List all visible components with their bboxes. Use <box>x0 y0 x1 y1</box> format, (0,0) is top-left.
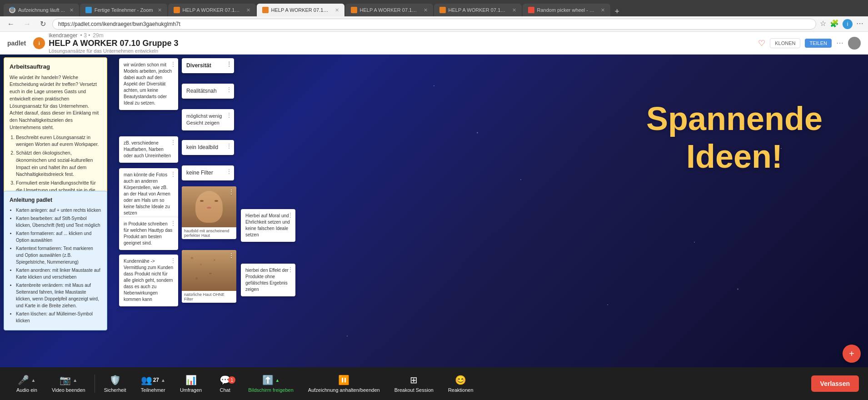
breakout-icon: ⊞ <box>410 375 418 385</box>
tab-close-1[interactable]: ✕ <box>70 7 74 13</box>
chat-button[interactable]: 💬 1 Chat <box>209 375 241 393</box>
polls-label: Umfragen <box>180 387 202 393</box>
participants-button[interactable]: 👥 27 ▲ Teilnehmer <box>134 375 173 393</box>
tab-label-1: Aufzeichnung läuft ... <box>18 7 65 13</box>
klonen-button[interactable]: KLONEN <box>770 38 800 48</box>
image-card-1-menu[interactable]: ⋮ <box>228 188 234 195</box>
back-button[interactable]: ← <box>5 19 17 29</box>
keine-filter-menu[interactable]: ⋮ <box>226 167 232 176</box>
bookmark-icon[interactable]: ☆ <box>820 19 826 29</box>
fotos-card[interactable]: ⋮ man könnte die Fotos auch an anderen K… <box>119 168 178 220</box>
teilen-button[interactable]: TEILEN <box>805 39 832 48</box>
image-card-1[interactable]: hautbild mit anscheinend perfekter Haut … <box>182 186 236 239</box>
haut-menu[interactable]: ⋮ <box>170 138 176 147</box>
browser-tab-2[interactable]: Fertige Teilnehmer - Zoom ✕ <box>80 4 167 16</box>
breakout-label: Breakout Session <box>394 387 434 393</box>
video-chevron[interactable]: ▲ <box>73 378 77 383</box>
participants-label: Teilnehmer <box>141 387 165 393</box>
browser-tab-5[interactable]: HELP A WORKER 07.10 Grupp... ✕ <box>345 4 433 16</box>
spannende-line1: Spannende <box>646 100 823 138</box>
forward-button[interactable]: → <box>21 19 34 29</box>
padlet-canvas: Arbeitsauftrag Wie würdet ihr handeln? W… <box>0 55 868 367</box>
step-2: Schätzt den ökologischen, ökonomischen u… <box>16 150 101 178</box>
moral-content: Hierbei auf Moral und Ehrlichkeit setzen… <box>245 213 290 237</box>
tab-close-3[interactable]: ✕ <box>246 7 250 13</box>
new-tab-button[interactable]: + <box>611 7 624 16</box>
diversitat-menu[interactable]: ⋮ <box>226 60 232 69</box>
fotos-menu[interactable]: ⋮ <box>170 170 176 179</box>
refresh-button[interactable]: ↻ <box>37 19 49 29</box>
divider-1 <box>95 375 95 393</box>
padlet-subtitle: Lösungsansätze für das Unternehmen entwi… <box>49 48 178 54</box>
padlet-logo[interactable]: padlet <box>7 40 26 47</box>
more-options-icon[interactable]: ⋯ <box>836 39 843 47</box>
recording-button[interactable]: ⏸️ Aufzeichnung anhalten/beenden <box>301 375 387 393</box>
keine-filter-card[interactable]: ⋮ keine Filter <box>182 165 234 180</box>
produkte-card[interactable]: ⋮ in Produkte schreiben für welchen Haut… <box>119 217 178 250</box>
polls-button[interactable]: 📊 Umfragen <box>173 375 209 393</box>
participants-chevron[interactable]: ▲ <box>161 378 165 383</box>
address-bar[interactable] <box>52 19 816 30</box>
heart-icon[interactable]: ♡ <box>758 38 765 48</box>
breakout-button[interactable]: ⊞ Breakout Session <box>387 375 441 393</box>
kundennah-content: Kundennähe -> Vermittlung zum Kunden das… <box>124 259 173 302</box>
tab-close-6[interactable]: ✕ <box>512 7 516 13</box>
extensions-icon[interactable]: 🧩 <box>830 19 839 29</box>
chat-label: Chat <box>220 387 230 393</box>
browser-tab-1[interactable]: Aufzeichnung läuft ... ✕ <box>4 4 79 16</box>
tab-close-7[interactable]: ✕ <box>601 7 605 13</box>
reactions-button[interactable]: 😊 Reaktionen <box>441 375 481 393</box>
haut-text-card[interactable]: ⋮ zB. verschiedene Hautfarben, Narben od… <box>119 136 178 163</box>
browser-tab-3[interactable]: HELP A WORKER 07.10 Grupp... ✕ <box>168 4 256 16</box>
tab-label-7: Random picker wheel - Spin ... <box>537 7 596 13</box>
reactions-label: Reaktionen <box>448 387 474 393</box>
produkte-menu[interactable]: ⋮ <box>170 219 176 228</box>
padlet-title: HELP A WORKER 07.10 Gruppe 3 <box>49 39 178 49</box>
kundennah-card[interactable]: ⋮ Kundennähe -> Vermittlung zum Kunden d… <box>119 255 178 306</box>
padlet-add-button[interactable]: + <box>843 345 861 363</box>
diversitat-card[interactable]: ⋮ Diversität <box>182 58 234 73</box>
kundennah-menu[interactable]: ⋮ <box>170 256 176 265</box>
effekt-card[interactable]: ⋮ hierbei den Effekt der Produkte ohne g… <box>241 264 295 296</box>
fotos-content: man könnte die Fotos auch an anderen Kör… <box>124 172 170 215</box>
moral-card[interactable]: ⋮ Hierbei auf Moral und Ehrlichkeit setz… <box>241 209 295 242</box>
tab-close-2[interactable]: ✕ <box>158 7 162 13</box>
anleitung-title: Anleitung padlet <box>10 196 101 204</box>
image-label-1: hautbild mit anscheinend perfekter Haut <box>184 229 229 238</box>
audio-button[interactable]: 🎤 ▲ Audio ein <box>9 375 45 393</box>
wenig-menu[interactable]: ⋮ <box>226 111 232 120</box>
browser-tab-7[interactable]: Random picker wheel - Spin ... ✕ <box>523 4 610 16</box>
image-label-2: natürliche Haut OHNE Filter <box>184 292 224 301</box>
anleitung-item-1: Karten anlegen: auf + unten rechts klick… <box>16 207 101 214</box>
image-card-2[interactable]: natürliche Haut OHNE Filter ⋮ <box>182 250 236 303</box>
realitatsnahe-card[interactable]: ⋮ Realitätsnah <box>182 84 234 99</box>
tab-favicon-7 <box>528 7 534 13</box>
recording-label: Aufzeichnung anhalten/beenden <box>308 387 380 393</box>
video-button[interactable]: 📷 ▲ Video beenden <box>45 375 93 393</box>
tab-close-4[interactable]: ✕ <box>335 7 339 13</box>
big-text-card[interactable]: ⋮ wir würden schon mit Models arbeiten, … <box>119 58 178 110</box>
effekt-menu[interactable]: ⋮ <box>287 265 294 275</box>
menu-icon[interactable]: ⋯ <box>856 19 863 29</box>
anleitung-panel: Anleitung padlet Karten anlegen: auf + u… <box>4 191 107 330</box>
screen-share-button[interactable]: ⬆️ ▲ Bildschirm freigeben <box>241 375 301 393</box>
image-card-2-menu[interactable]: ⋮ <box>228 252 234 259</box>
moral-menu[interactable]: ⋮ <box>287 211 294 220</box>
tab-favicon-1 <box>9 7 15 13</box>
wenig-label: möglichst wenig Gesicht zeigen <box>186 113 222 125</box>
security-button[interactable]: 🛡️ Sicherheit <box>97 375 134 393</box>
browser-tab-4[interactable]: HELP A WORKER 07.10 Grupp... ✕ <box>257 4 344 16</box>
kein-idealbild-label: kein Idealbild <box>186 144 218 150</box>
realitatsnahe-menu[interactable]: ⋮ <box>226 85 232 95</box>
wenig-gesicht-card[interactable]: ⋮ möglichst wenig Gesicht zeigen <box>182 109 234 130</box>
profile-icon[interactable]: i <box>843 19 853 29</box>
card-menu-big[interactable]: ⋮ <box>170 60 176 69</box>
audio-chevron[interactable]: ▲ <box>31 378 35 383</box>
screen-share-chevron[interactable]: ▲ <box>275 378 280 383</box>
kein-idealbild-menu[interactable]: ⋮ <box>226 142 232 151</box>
user-menu-avatar[interactable] <box>848 37 861 50</box>
leave-button[interactable]: Verlassen <box>811 375 859 392</box>
tab-close-5[interactable]: ✕ <box>424 7 428 13</box>
kein-idealbild-card[interactable]: ⋮ kein Idealbild <box>182 140 234 155</box>
browser-tab-6[interactable]: HELP A WORKER 07.10 Grupp... ✕ <box>434 4 522 16</box>
